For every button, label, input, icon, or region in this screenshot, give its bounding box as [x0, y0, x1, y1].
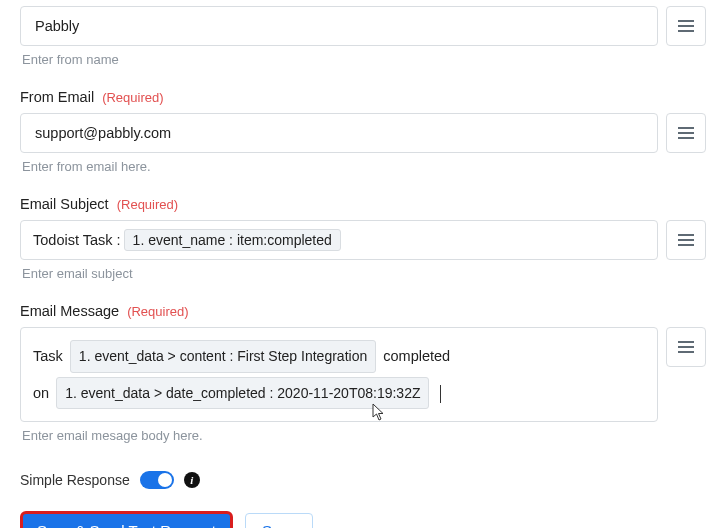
msg-text-on: on [33, 385, 49, 401]
hamburger-icon [678, 20, 694, 32]
text-cursor [440, 385, 441, 403]
email-message-hint: Enter email mesage body here. [22, 428, 706, 443]
email-subject-input[interactable]: Todoist Task : 1. event_name : item:comp… [20, 220, 658, 260]
from-name-menu-button[interactable] [666, 6, 706, 46]
from-email-required: (Required) [102, 90, 163, 105]
from-name-hint: Enter from name [22, 52, 706, 67]
email-subject-label: Email Subject (Required) [20, 196, 706, 212]
msg-text-completed: completed [383, 348, 450, 364]
from-email-text[interactable] [33, 124, 645, 142]
simple-response-row: Simple Response i [20, 471, 706, 489]
from-name-text[interactable] [33, 17, 645, 35]
button-row: Save & Send Test Request Save [20, 511, 706, 528]
hamburger-icon [678, 127, 694, 139]
email-message-menu-button[interactable] [666, 327, 706, 367]
email-subject-label-text: Email Subject [20, 196, 109, 212]
from-email-label-text: From Email [20, 89, 94, 105]
save-send-test-button[interactable]: Save & Send Test Request [20, 511, 233, 528]
info-icon[interactable]: i [184, 472, 200, 488]
email-message-input[interactable]: Task 1. event_data > content : First Ste… [20, 327, 658, 422]
email-message-row: Task 1. event_data > content : First Ste… [20, 327, 706, 422]
subject-chip-event-name[interactable]: 1. event_name : item:completed [124, 229, 341, 251]
email-subject-menu-button[interactable] [666, 220, 706, 260]
from-name-input[interactable] [20, 6, 658, 46]
save-button[interactable]: Save [245, 513, 313, 528]
msg-chip-date[interactable]: 1. event_data > date_completed : 2020-11… [56, 377, 429, 410]
hamburger-icon [678, 234, 694, 246]
form-page: Enter from name From Email (Required) En… [0, 0, 726, 528]
hamburger-icon [678, 341, 694, 353]
from-email-input[interactable] [20, 113, 658, 153]
email-subject-prefix: Todoist Task : [33, 232, 121, 248]
simple-response-label: Simple Response [20, 472, 130, 488]
from-email-hint: Enter from email here. [22, 159, 706, 174]
email-subject-hint: Enter email subject [22, 266, 706, 281]
email-message-label: Email Message (Required) [20, 303, 706, 319]
from-name-row [20, 6, 706, 46]
msg-chip-content[interactable]: 1. event_data > content : First Step Int… [70, 340, 376, 373]
from-email-menu-button[interactable] [666, 113, 706, 153]
email-subject-required: (Required) [117, 197, 178, 212]
email-message-label-text: Email Message [20, 303, 119, 319]
from-email-label: From Email (Required) [20, 89, 706, 105]
from-email-row [20, 113, 706, 153]
email-subject-row: Todoist Task : 1. event_name : item:comp… [20, 220, 706, 260]
msg-text-task: Task [33, 348, 63, 364]
email-message-required: (Required) [127, 304, 188, 319]
simple-response-toggle[interactable] [140, 471, 174, 489]
